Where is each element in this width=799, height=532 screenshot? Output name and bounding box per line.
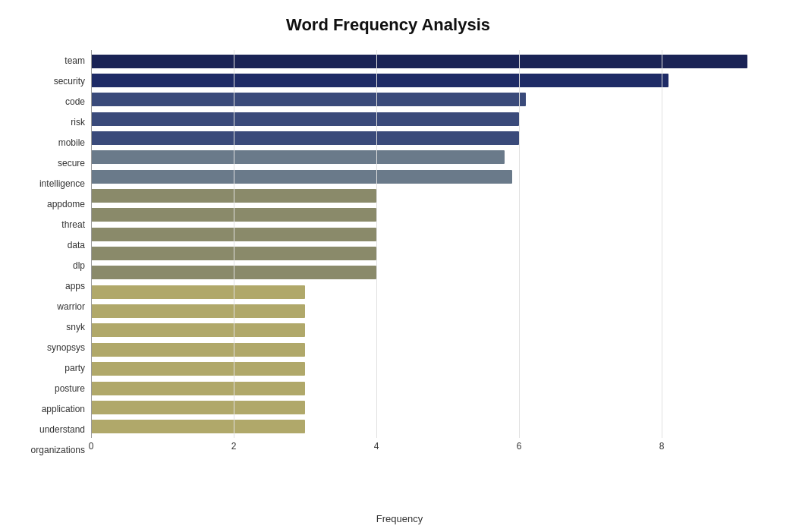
bar-row	[91, 321, 769, 340]
bar	[91, 247, 376, 260]
y-axis-labels: teamsecuritycoderiskmobilesecureintellig…	[8, 50, 91, 461]
y-label: security	[54, 71, 85, 91]
y-label: apps	[65, 276, 85, 297]
bar	[91, 343, 305, 357]
bar	[91, 112, 519, 126]
bars-wrapper	[91, 50, 769, 438]
y-label: organizations	[31, 440, 85, 461]
chart-area: teamsecuritycoderiskmobilesecureintellig…	[8, 50, 769, 461]
x-tick: 0	[83, 441, 99, 452]
bars-and-grid: 02468	[91, 50, 769, 461]
y-label: mobile	[58, 132, 85, 153]
x-axis-label: Frequency	[0, 513, 799, 524]
bar-row	[91, 90, 769, 109]
bar	[91, 323, 305, 337]
x-tick: 4	[369, 441, 384, 452]
bar-row	[91, 301, 769, 320]
y-label: posture	[55, 379, 85, 399]
y-label: code	[65, 91, 85, 112]
bar-row	[91, 398, 769, 417]
bar-row	[91, 109, 769, 128]
bar	[91, 304, 305, 318]
y-label: snyk	[66, 317, 85, 338]
y-label: warrior	[57, 297, 85, 317]
bar	[91, 401, 305, 414]
y-label: dlp	[73, 255, 85, 275]
bar	[91, 362, 305, 376]
bar	[91, 382, 305, 395]
bar-row	[91, 167, 769, 186]
bar	[91, 266, 376, 279]
bar	[91, 170, 512, 184]
bar	[91, 228, 376, 241]
y-label: risk	[71, 112, 85, 132]
bar-row	[91, 263, 769, 282]
bar-row	[91, 244, 769, 263]
y-label: data	[68, 235, 85, 255]
chart-title: Word Frequency Analysis	[8, 15, 769, 35]
y-label: understand	[39, 420, 85, 440]
y-label: intelligence	[39, 173, 85, 194]
y-label: secure	[58, 153, 85, 173]
bar	[91, 208, 376, 222]
bar	[91, 150, 505, 164]
bar	[91, 131, 519, 145]
y-label: appdome	[47, 194, 85, 214]
bar-row	[91, 340, 769, 359]
bar-row	[91, 225, 769, 244]
bar-row	[91, 186, 769, 205]
bar-row	[91, 379, 769, 398]
bar-row	[91, 282, 769, 301]
bar	[91, 93, 526, 106]
bar-row	[91, 71, 769, 90]
bar	[91, 74, 668, 87]
x-tick: 8	[654, 441, 669, 452]
bar	[91, 285, 305, 299]
bar-row	[91, 360, 769, 379]
y-label: application	[42, 399, 85, 420]
bar-row	[91, 52, 769, 71]
bar-row	[91, 417, 769, 436]
bar-row	[91, 148, 769, 167]
x-tick: 2	[226, 441, 241, 452]
x-tick: 6	[511, 441, 527, 452]
x-axis: 02468	[91, 438, 769, 461]
bar	[91, 55, 747, 68]
bar-row	[91, 206, 769, 225]
chart-container: Word Frequency Analysis teamsecuritycode…	[0, 0, 799, 532]
bar	[91, 189, 376, 203]
y-label: team	[64, 50, 85, 71]
bar	[91, 420, 305, 433]
y-label: synopsys	[47, 338, 85, 358]
bar-row	[91, 128, 769, 147]
y-label: threat	[61, 214, 85, 235]
y-label: party	[64, 358, 85, 379]
